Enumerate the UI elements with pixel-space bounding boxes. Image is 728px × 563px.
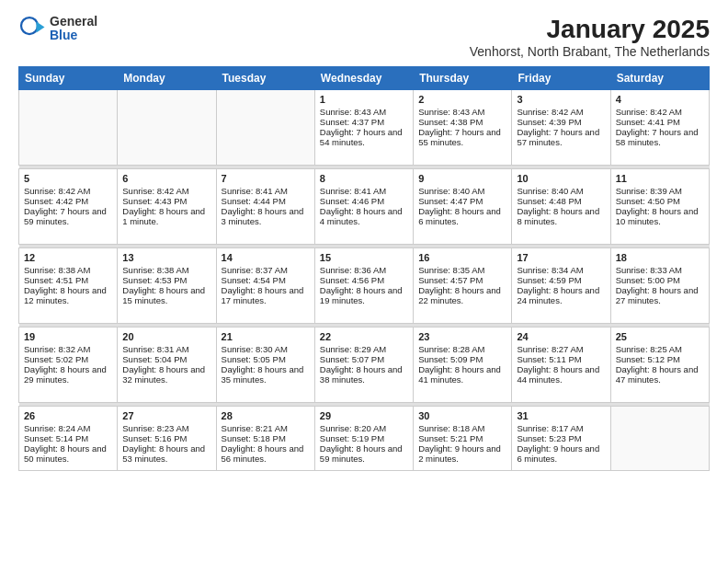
day-number: 3	[517, 94, 605, 105]
svg-marker-1	[37, 22, 45, 33]
calendar-cell: 12Sunrise: 8:38 AMSunset: 4:51 PMDayligh…	[19, 248, 118, 324]
sunrise-text: Sunrise: 8:24 AM	[24, 423, 90, 433]
calendar-cell: 6Sunrise: 8:42 AMSunset: 4:43 PMDaylight…	[118, 169, 216, 245]
sunset-text: Sunset: 5:18 PM	[222, 433, 286, 443]
sunrise-text: Sunrise: 8:37 AM	[222, 265, 288, 275]
logo: General Blue	[18, 15, 97, 43]
calendar-week-3: 12Sunrise: 8:38 AMSunset: 4:51 PMDayligh…	[19, 248, 710, 324]
logo-blue: Blue	[50, 29, 97, 42]
sunset-text: Sunset: 4:59 PM	[517, 275, 581, 285]
sunset-text: Sunset: 5:00 PM	[616, 275, 680, 285]
daylight-text: Daylight: 8 hours and 32 minutes.	[122, 364, 205, 385]
sunrise-text: Sunrise: 8:33 AM	[616, 265, 682, 275]
sunrise-text: Sunrise: 8:32 AM	[24, 344, 90, 354]
calendar-cell: 3Sunrise: 8:42 AMSunset: 4:39 PMDaylight…	[512, 90, 610, 166]
sunrise-text: Sunrise: 8:31 AM	[122, 344, 188, 354]
sunset-text: Sunset: 4:50 PM	[616, 196, 680, 206]
daylight-text: Daylight: 8 hours and 44 minutes.	[517, 364, 599, 385]
logo-general: General	[50, 15, 97, 29]
daylight-text: Daylight: 8 hours and 59 minutes.	[320, 443, 403, 464]
day-number: 12	[24, 252, 112, 263]
calendar-cell: 21Sunrise: 8:30 AMSunset: 5:05 PMDayligh…	[216, 327, 314, 403]
day-number: 4	[616, 94, 704, 105]
daylight-text: Daylight: 8 hours and 10 minutes.	[616, 206, 699, 226]
sunrise-text: Sunrise: 8:29 AM	[320, 344, 386, 354]
day-number: 20	[122, 331, 210, 342]
day-number: 27	[122, 410, 210, 421]
sunset-text: Sunset: 5:02 PM	[24, 354, 88, 364]
sunset-text: Sunset: 4:41 PM	[616, 117, 680, 127]
sunrise-text: Sunrise: 8:20 AM	[320, 423, 386, 433]
calendar-cell	[610, 407, 709, 471]
sunset-text: Sunset: 5:12 PM	[616, 354, 680, 364]
weekday-header-saturday: Saturday	[610, 67, 709, 90]
calendar-cell: 7Sunrise: 8:41 AMSunset: 4:44 PMDaylight…	[216, 169, 314, 245]
daylight-text: Daylight: 8 hours and 27 minutes.	[616, 285, 699, 305]
sunset-text: Sunset: 4:51 PM	[24, 275, 88, 285]
day-number: 5	[24, 173, 112, 184]
sunset-text: Sunset: 5:21 PM	[418, 433, 483, 443]
daylight-text: Daylight: 7 hours and 55 minutes.	[418, 127, 501, 147]
calendar-subtitle: Venhorst, North Brabant, The Netherlands	[470, 44, 710, 59]
sunset-text: Sunset: 5:23 PM	[517, 433, 581, 443]
sunrise-text: Sunrise: 8:18 AM	[418, 423, 484, 433]
calendar-cell: 16Sunrise: 8:35 AMSunset: 4:57 PMDayligh…	[414, 248, 512, 324]
calendar-cell: 26Sunrise: 8:24 AMSunset: 5:14 PMDayligh…	[19, 407, 118, 471]
day-number: 25	[616, 331, 704, 342]
sunset-text: Sunset: 4:43 PM	[122, 196, 187, 206]
calendar-cell: 8Sunrise: 8:41 AMSunset: 4:46 PMDaylight…	[314, 169, 413, 245]
weekday-header-wednesday: Wednesday	[314, 67, 413, 90]
daylight-text: Daylight: 8 hours and 29 minutes.	[24, 364, 107, 385]
daylight-text: Daylight: 8 hours and 56 minutes.	[222, 443, 304, 464]
calendar-cell: 5Sunrise: 8:42 AMSunset: 4:42 PMDaylight…	[19, 169, 118, 245]
day-number: 16	[418, 252, 506, 263]
sunset-text: Sunset: 5:09 PM	[418, 354, 483, 364]
day-number: 2	[418, 94, 506, 105]
sunset-text: Sunset: 4:44 PM	[222, 196, 286, 206]
sunrise-text: Sunrise: 8:43 AM	[418, 107, 484, 117]
sunrise-text: Sunrise: 8:30 AM	[222, 344, 288, 354]
daylight-text: Daylight: 8 hours and 53 minutes.	[122, 443, 205, 464]
daylight-text: Daylight: 8 hours and 47 minutes.	[616, 364, 699, 385]
sunrise-text: Sunrise: 8:38 AM	[24, 265, 90, 275]
sunrise-text: Sunrise: 8:17 AM	[517, 423, 583, 433]
daylight-text: Daylight: 8 hours and 4 minutes.	[320, 206, 403, 226]
day-number: 24	[517, 331, 605, 342]
logo-text: General Blue	[50, 15, 97, 43]
calendar-week-1: 1Sunrise: 8:43 AMSunset: 4:37 PMDaylight…	[19, 90, 710, 166]
calendar-cell: 15Sunrise: 8:36 AMSunset: 4:56 PMDayligh…	[314, 248, 413, 324]
calendar-cell: 2Sunrise: 8:43 AMSunset: 4:38 PMDaylight…	[414, 90, 512, 166]
calendar-cell: 25Sunrise: 8:25 AMSunset: 5:12 PMDayligh…	[610, 327, 709, 403]
calendar-cell: 14Sunrise: 8:37 AMSunset: 4:54 PMDayligh…	[216, 248, 314, 324]
calendar-week-4: 19Sunrise: 8:32 AMSunset: 5:02 PMDayligh…	[19, 327, 710, 403]
calendar-cell: 29Sunrise: 8:20 AMSunset: 5:19 PMDayligh…	[314, 407, 413, 471]
day-number: 1	[320, 94, 408, 105]
daylight-text: Daylight: 8 hours and 35 minutes.	[222, 364, 304, 385]
sunrise-text: Sunrise: 8:41 AM	[320, 186, 386, 196]
weekday-header-friday: Friday	[512, 67, 610, 90]
logo-icon	[18, 15, 46, 42]
day-number: 11	[616, 173, 704, 184]
calendar-cell: 30Sunrise: 8:18 AMSunset: 5:21 PMDayligh…	[414, 407, 512, 471]
sunrise-text: Sunrise: 8:35 AM	[418, 265, 484, 275]
sunrise-text: Sunrise: 8:42 AM	[24, 186, 90, 196]
title-block: January 2025 Venhorst, North Brabant, Th…	[470, 15, 710, 59]
weekday-header-thursday: Thursday	[414, 67, 512, 90]
day-number: 19	[24, 331, 112, 342]
daylight-text: Daylight: 8 hours and 19 minutes.	[320, 285, 403, 305]
sunrise-text: Sunrise: 8:42 AM	[122, 186, 188, 196]
sunset-text: Sunset: 4:46 PM	[320, 196, 384, 206]
sunrise-text: Sunrise: 8:34 AM	[517, 265, 583, 275]
daylight-text: Daylight: 7 hours and 59 minutes.	[24, 206, 107, 226]
sunset-text: Sunset: 5:16 PM	[122, 433, 187, 443]
sunrise-text: Sunrise: 8:42 AM	[517, 107, 583, 117]
day-number: 13	[122, 252, 210, 263]
calendar-cell: 23Sunrise: 8:28 AMSunset: 5:09 PMDayligh…	[414, 327, 512, 403]
sunset-text: Sunset: 5:07 PM	[320, 354, 384, 364]
calendar-cell: 9Sunrise: 8:40 AMSunset: 4:47 PMDaylight…	[414, 169, 512, 245]
sunset-text: Sunset: 4:48 PM	[517, 196, 581, 206]
daylight-text: Daylight: 8 hours and 12 minutes.	[24, 285, 107, 305]
sunrise-text: Sunrise: 8:21 AM	[222, 423, 288, 433]
weekday-header-sunday: Sunday	[19, 67, 118, 90]
daylight-text: Daylight: 9 hours and 2 minutes.	[418, 443, 501, 464]
